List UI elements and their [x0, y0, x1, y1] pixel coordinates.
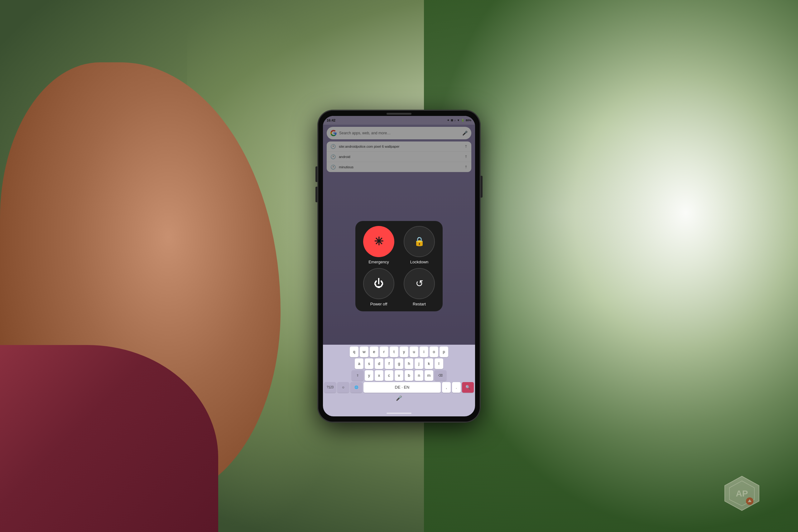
- key-o[interactable]: o: [430, 346, 438, 357]
- key-c[interactable]: c: [385, 370, 393, 381]
- restart-icon: ↺: [416, 278, 423, 289]
- keyboard-mic-icon[interactable]: 🎤: [396, 395, 402, 401]
- key-search[interactable]: 🔍: [462, 382, 474, 393]
- lockdown-circle[interactable]: 🔒: [404, 226, 435, 257]
- key-m[interactable]: m: [424, 370, 433, 381]
- navigation-gesture-bar: [386, 413, 412, 414]
- key-e[interactable]: e: [370, 346, 378, 357]
- power-menu: ✳ Emergency 🔒 Lockdown ⏻: [355, 221, 443, 311]
- keyboard-row-3: ⇧ y x c v b n m ⌫: [324, 370, 474, 381]
- poweroff-label: Power off: [370, 302, 387, 306]
- key-q[interactable]: q: [350, 346, 359, 357]
- svg-text:AP: AP: [736, 489, 748, 498]
- key-d[interactable]: d: [375, 358, 383, 369]
- keyboard-row-2: a s d f g h j k l: [324, 358, 474, 369]
- plant-background-right: [424, 0, 798, 532]
- emergency-label: Emergency: [368, 260, 389, 264]
- key-j[interactable]: j: [415, 358, 423, 369]
- key-n[interactable]: n: [415, 370, 423, 381]
- key-g[interactable]: g: [395, 358, 403, 369]
- key-123[interactable]: ?123: [324, 382, 336, 393]
- power-button[interactable]: [481, 176, 482, 197]
- key-space[interactable]: DE · EN: [363, 382, 441, 393]
- key-shift[interactable]: ⇧: [352, 370, 363, 381]
- key-u[interactable]: u: [410, 346, 418, 357]
- key-x[interactable]: x: [375, 370, 383, 381]
- key-y[interactable]: y: [400, 346, 408, 357]
- keyboard-row-4: ?123 ☺ 🌐 DE · EN , . 🔍: [324, 382, 474, 393]
- emergency-icon: ✳: [374, 235, 383, 248]
- key-b[interactable]: b: [405, 370, 413, 381]
- key-r[interactable]: r: [380, 346, 388, 357]
- poweroff-circle[interactable]: ⏻: [363, 268, 394, 299]
- keyboard-row-1: q w e r t y u i o p: [324, 346, 474, 357]
- key-w[interactable]: w: [360, 346, 368, 357]
- key-t[interactable]: t: [390, 346, 398, 357]
- lockdown-icon: 🔒: [414, 236, 425, 247]
- emergency-circle[interactable]: ✳: [363, 226, 394, 257]
- restart-circle[interactable]: ↺: [404, 268, 435, 299]
- key-emoji[interactable]: ☺: [337, 382, 349, 393]
- keyboard-mic-row: 🎤: [324, 394, 474, 403]
- key-k[interactable]: k: [424, 358, 433, 369]
- key-f[interactable]: f: [385, 358, 393, 369]
- speaker-top: [386, 113, 412, 115]
- android-police-watermark: AP: [723, 475, 761, 513]
- phone-screen: 16:42 ✦ ⊠ ♪ ▼ 🔋 80%: [323, 116, 475, 416]
- key-h[interactable]: h: [405, 358, 413, 369]
- emergency-menu-item[interactable]: ✳ Emergency: [360, 226, 397, 264]
- phone-wrapper: 16:42 ✦ ⊠ ♪ ▼ 🔋 80%: [318, 110, 480, 422]
- poweroff-menu-item[interactable]: ⏻ Power off: [360, 268, 397, 306]
- poweroff-icon: ⏻: [374, 278, 384, 289]
- phone-body: 16:42 ✦ ⊠ ♪ ▼ 🔋 80%: [318, 110, 480, 422]
- key-p[interactable]: p: [439, 346, 448, 357]
- key-period[interactable]: .: [452, 382, 461, 393]
- key-i[interactable]: i: [420, 346, 428, 357]
- key-z[interactable]: y: [365, 370, 374, 381]
- key-v[interactable]: v: [395, 370, 403, 381]
- key-comma[interactable]: ,: [442, 382, 451, 393]
- restart-menu-item[interactable]: ↺ Restart: [401, 268, 438, 306]
- key-s[interactable]: s: [365, 358, 374, 369]
- key-backspace[interactable]: ⌫: [435, 370, 446, 381]
- lockdown-label: Lockdown: [410, 260, 429, 264]
- key-a[interactable]: a: [355, 358, 363, 369]
- keyboard: q w e r t y u i o p a s d f g: [323, 345, 475, 416]
- key-globe[interactable]: 🌐: [350, 382, 362, 393]
- volume-down-button[interactable]: [316, 187, 317, 202]
- lockdown-menu-item[interactable]: 🔒 Lockdown: [401, 226, 438, 264]
- volume-up-button[interactable]: [316, 167, 317, 182]
- key-l[interactable]: l: [435, 358, 443, 369]
- restart-label: Restart: [413, 302, 426, 306]
